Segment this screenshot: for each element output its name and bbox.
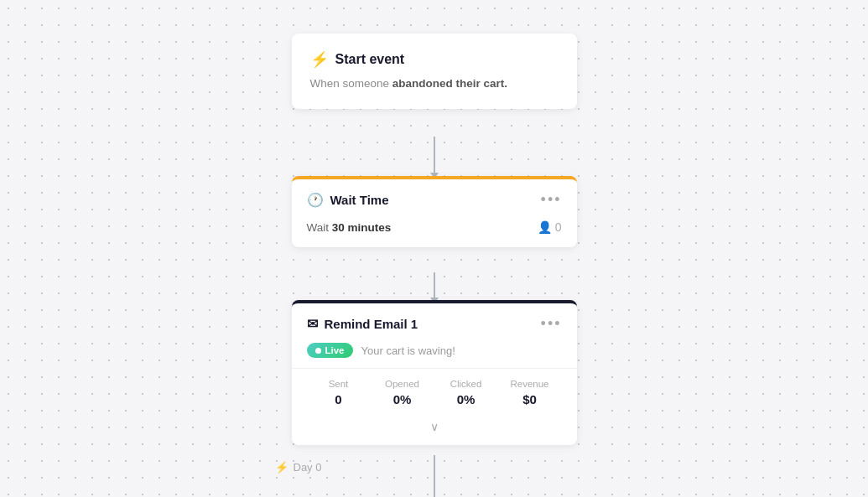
stat-opened-value: 0% <box>371 392 434 406</box>
lightning-icon: ⚡ <box>310 50 329 69</box>
live-badge: Live <box>307 343 353 358</box>
stat-clicked: Clicked 0% <box>434 379 498 406</box>
description-prefix: When someone <box>310 77 392 90</box>
stat-sent-value: 0 <box>307 392 371 406</box>
email-footer: ∨ <box>292 413 577 445</box>
stat-revenue: Revenue $0 <box>498 379 562 406</box>
stat-revenue-label: Revenue <box>498 379 562 389</box>
day-label: ⚡ Day 0 <box>275 461 322 474</box>
connector-1 <box>434 137 435 177</box>
wait-time-title: Wait Time <box>330 193 389 207</box>
wait-time-body: Wait 30 minutes 👤 0 <box>292 217 577 247</box>
email-icon: ✉ <box>307 316 318 332</box>
wait-time-text: Wait 30 minutes <box>307 221 392 234</box>
wait-prefix: Wait <box>307 221 332 234</box>
start-event-title: ⚡ Start event <box>310 50 559 69</box>
wait-time-card: 🕐 Wait Time ••• Wait 30 minutes 👤 0 <box>292 176 577 247</box>
email-card: ✉ Remind Email 1 ••• Live Your cart is w… <box>292 300 577 445</box>
stat-clicked-value: 0% <box>434 392 498 406</box>
day-label-text: Day 0 <box>294 461 322 474</box>
start-event-description: When someone abandoned their cart. <box>310 75 559 92</box>
user-count-value: 0 <box>555 220 562 234</box>
wait-bold: 30 minutes <box>332 221 392 234</box>
day-lightning-icon: ⚡ <box>275 461 288 474</box>
stat-opened-label: Opened <box>371 379 434 389</box>
workflow-canvas: ⚡ Start event When someone abandoned the… <box>0 0 868 497</box>
wait-time-more-button[interactable]: ••• <box>541 191 562 209</box>
start-event-title-text: Start event <box>335 52 405 67</box>
email-stats: Sent 0 Opened 0% Clicked 0% Revenue $0 <box>292 368 577 413</box>
description-bold: abandoned their cart. <box>392 77 507 90</box>
chevron-down-icon[interactable]: ∨ <box>430 420 439 433</box>
email-header-left: ✉ Remind Email 1 <box>307 316 418 332</box>
live-label: Live <box>325 345 345 355</box>
email-header: ✉ Remind Email 1 ••• <box>292 303 577 341</box>
connector-bottom <box>434 455 435 497</box>
wait-time-header: 🕐 Wait Time ••• <box>292 179 577 217</box>
stat-sent-label: Sent <box>307 379 371 389</box>
start-event-card: ⚡ Start event When someone abandoned the… <box>292 34 577 109</box>
email-subject: Your cart is waving! <box>361 344 455 357</box>
stat-revenue-value: $0 <box>498 392 562 406</box>
wait-time-header-left: 🕐 Wait Time <box>307 192 389 208</box>
email-live-row: Live Your cart is waving! <box>292 341 577 368</box>
user-icon: 👤 <box>538 220 552 234</box>
user-count: 👤 0 <box>538 220 562 234</box>
stat-clicked-label: Clicked <box>434 379 498 389</box>
stat-opened: Opened 0% <box>371 379 434 406</box>
live-dot <box>315 348 321 354</box>
clock-icon: 🕐 <box>307 192 324 208</box>
stat-sent: Sent 0 <box>307 379 371 406</box>
email-more-button[interactable]: ••• <box>541 315 562 333</box>
email-title: Remind Email 1 <box>325 317 418 331</box>
